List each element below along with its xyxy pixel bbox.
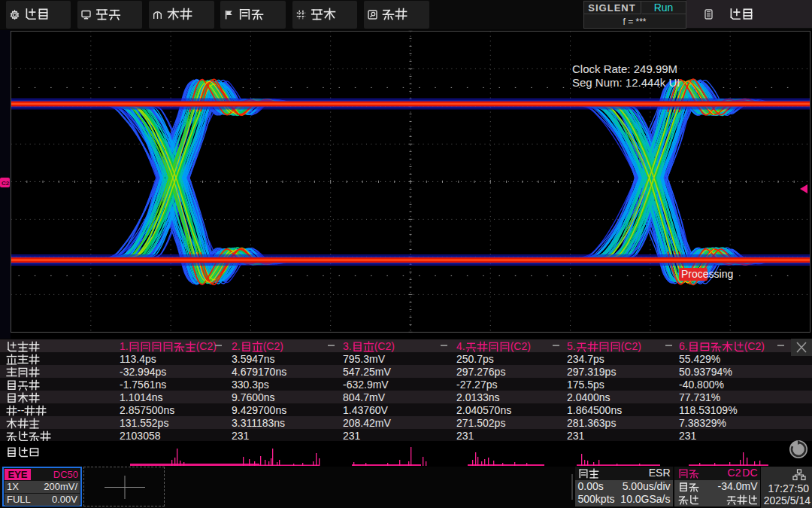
svg-text:C2: C2: [2, 180, 10, 187]
svg-text:Seg Num: 12.444k UI: Seg Num: 12.444k UI: [572, 76, 680, 89]
svg-text:Clock Rate: 249.99M: Clock Rate: 249.99M: [572, 62, 677, 75]
svg-text:Processing: Processing: [681, 268, 733, 280]
